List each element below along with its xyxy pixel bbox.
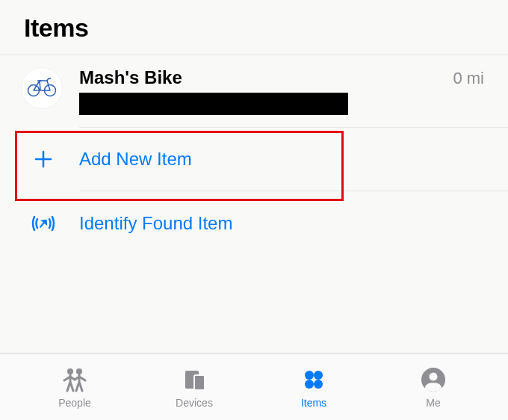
- tab-people-label: People: [58, 397, 91, 409]
- page-header: Items: [0, 0, 508, 55]
- bicycle-icon: [27, 76, 57, 100]
- page-title: Items: [24, 13, 484, 43]
- add-new-item-row[interactable]: Add New Item: [0, 128, 508, 191]
- tab-me-label: Me: [426, 397, 440, 409]
- devices-icon: [181, 365, 208, 394]
- identify-found-item-row[interactable]: Identify Found Item: [0, 191, 508, 256]
- tab-people[interactable]: People: [37, 365, 112, 409]
- item-icon-circle: [21, 67, 63, 109]
- tab-devices-label: Devices: [176, 397, 213, 409]
- item-details: Mash's Bike: [79, 67, 453, 115]
- items-icon: [302, 365, 326, 394]
- person-circle-icon: [421, 365, 446, 394]
- items-list: Mash's Bike 0 mi Add New Item Identify F…: [0, 55, 508, 256]
- tab-me[interactable]: Me: [396, 365, 471, 409]
- plus-icon: [28, 149, 58, 169]
- svg-point-10: [314, 371, 323, 380]
- svg-point-11: [305, 380, 314, 389]
- people-icon: [60, 365, 90, 394]
- item-row[interactable]: Mash's Bike 0 mi: [0, 55, 508, 127]
- item-location-redacted: [79, 93, 348, 115]
- svg-rect-8: [194, 375, 205, 390]
- identify-icon: [28, 212, 58, 235]
- tab-devices[interactable]: Devices: [157, 365, 232, 409]
- tab-items[interactable]: Items: [276, 365, 351, 409]
- svg-point-14: [430, 372, 438, 380]
- tab-items-label: Items: [301, 397, 326, 409]
- item-distance: 0 mi: [453, 69, 484, 88]
- svg-point-12: [314, 380, 323, 389]
- identify-found-item-label: Identify Found Item: [79, 213, 232, 234]
- svg-point-9: [305, 371, 314, 380]
- item-name: Mash's Bike: [79, 67, 453, 88]
- tab-bar: People Devices Items: [0, 353, 508, 420]
- add-new-item-label: Add New Item: [79, 149, 192, 170]
